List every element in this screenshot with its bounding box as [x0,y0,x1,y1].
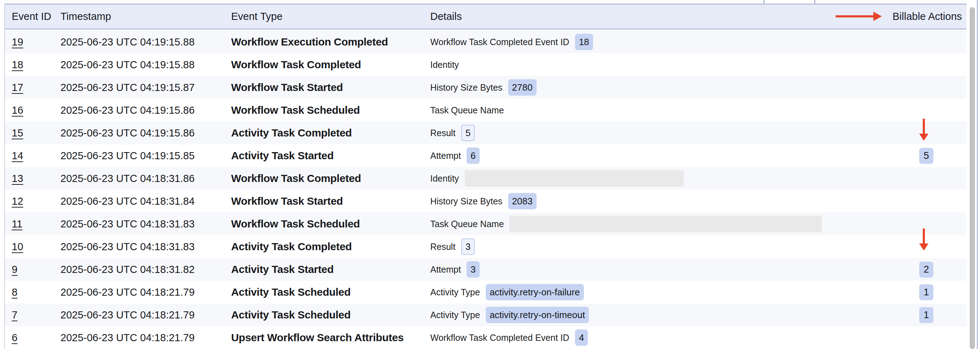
detail-value-badge: 4 [575,330,588,346]
billable-actions-badge: 1 [919,307,933,323]
table-body: 19 2025-06-23 UTC 04:19:15.88 Workflow E… [5,30,966,349]
table-row[interactable]: 10 2025-06-23 UTC 04:18:31.83 Activity T… [5,235,966,258]
timestamp: 2025-06-23 UTC 04:19:15.86 [60,127,231,139]
event-id-cell: 9 [12,264,60,275]
details-cell: History Size Bytes 2083 [430,193,892,209]
event-id-cell: 15 [12,127,60,139]
column-header-timestamp: Timestamp [60,11,231,22]
annotation-arrow-down-2 [919,228,928,251]
event-id-link[interactable]: 13 [12,173,23,184]
redacted-value-block [465,170,684,187]
arrow-head [873,12,882,21]
table-row[interactable]: 14 2025-06-23 UTC 04:19:15.85 Activity T… [5,144,966,167]
details-cell: History Size Bytes 2780 [430,79,892,95]
detail-value-badge: 5 [461,125,475,141]
event-id-link[interactable]: 11 [12,218,22,230]
event-type: Workflow Task Scheduled [231,218,430,230]
event-id-cell: 12 [12,195,60,207]
event-id-cell: 6 [12,332,60,344]
event-id-link[interactable]: 7 [12,309,18,320]
event-id-link[interactable]: 10 [12,241,23,252]
event-type: Workflow Task Scheduled [231,104,430,116]
event-id-link[interactable]: 15 [12,127,23,139]
table-row[interactable]: 15 2025-06-23 UTC 04:19:15.86 Activity T… [5,122,966,144]
timestamp: 2025-06-23 UTC 04:18:21.79 [60,309,231,321]
event-id-cell: 14 [12,150,60,162]
event-type: Upsert Workflow Search Attributes [231,332,430,344]
billable-actions-cell: 1 [892,307,960,323]
details-cell: Result 3 [430,238,892,255]
detail-label: History Size Bytes [430,196,503,206]
table-row[interactable]: 11 2025-06-23 UTC 04:18:31.83 Workflow T… [5,213,966,235]
event-type: Workflow Task Started [231,195,430,207]
detail-value-badge: 6 [466,148,479,164]
timestamp: 2025-06-23 UTC 04:19:15.86 [60,105,231,116]
event-id-cell: 13 [12,173,60,184]
event-id-link[interactable]: 17 [12,82,23,93]
right-panel-border [977,0,978,349]
table-row[interactable]: 12 2025-06-23 UTC 04:18:31.84 Workflow T… [5,190,966,213]
timestamp: 2025-06-23 UTC 04:18:31.82 [60,264,231,275]
table-row[interactable]: 16 2025-06-23 UTC 04:19:15.86 Workflow T… [5,99,966,122]
billable-actions-badge: 1 [919,284,933,300]
details-cell: Task Queue Name [430,216,892,232]
table-row[interactable]: 17 2025-06-23 UTC 04:19:15.87 Workflow T… [5,76,966,99]
billable-actions-cell: 5 [892,148,960,164]
table-row[interactable]: 8 2025-06-23 UTC 04:18:21.79 Activity Ta… [5,281,966,303]
event-id-link[interactable]: 18 [12,59,23,70]
event-type: Workflow Task Completed [231,59,430,71]
event-id-link[interactable]: 8 [12,286,18,298]
event-id-link[interactable]: 12 [12,195,23,207]
timestamp: 2025-06-23 UTC 04:18:31.86 [60,173,231,184]
arrow-shaft [923,119,925,134]
detail-label: Workflow Task Completed Event ID [430,37,569,47]
detail-label: Result [430,242,455,252]
billable-actions-badge: 5 [919,148,933,164]
detail-label: History Size Bytes [430,82,503,93]
detail-label: Activity Type [430,310,480,320]
detail-value-badge: 3 [466,261,479,278]
event-id-link[interactable]: 19 [12,36,23,48]
table-row[interactable]: 13 2025-06-23 UTC 04:18:31.86 Workflow T… [5,167,966,190]
table-header-row: Event ID Timestamp Event Type Details Bi… [5,5,966,30]
event-id-cell: 18 [12,59,60,71]
timestamp: 2025-06-23 UTC 04:19:15.88 [60,59,231,71]
detail-label: Identity [430,173,459,184]
timestamp: 2025-06-23 UTC 04:18:31.84 [60,195,231,207]
table-row[interactable]: 19 2025-06-23 UTC 04:19:15.88 Workflow E… [5,30,966,53]
event-type: Activity Task Started [231,150,430,162]
timestamp: 2025-06-23 UTC 04:18:21.79 [60,286,231,298]
details-cell: Workflow Task Completed Event ID 4 [430,330,892,346]
annotation-arrow-billable-header [836,12,882,21]
event-type: Activity Task Scheduled [231,309,430,321]
detail-value-badge: 3 [461,238,475,255]
event-id-link[interactable]: 16 [12,105,23,116]
table-row[interactable]: 9 2025-06-23 UTC 04:18:31.82 Activity Ta… [5,258,966,281]
timestamp: 2025-06-23 UTC 04:19:15.88 [60,36,231,48]
event-id-cell: 8 [12,286,60,298]
details-cell: Attempt 3 [430,261,892,278]
event-id-link[interactable]: 6 [12,332,18,343]
detail-label: Activity Type [430,287,480,297]
table-row[interactable]: 7 2025-06-23 UTC 04:18:21.79 Activity Ta… [5,303,966,326]
detail-label: Attempt [430,265,461,275]
detail-value-badge: 18 [575,34,593,50]
table-row[interactable]: 18 2025-06-23 UTC 04:19:15.88 Workflow T… [5,53,966,76]
arrow-head [919,133,928,141]
timestamp: 2025-06-23 UTC 04:18:31.83 [60,218,231,230]
top-edge-control-fragment [764,0,815,3]
scrollbar-thumb[interactable] [970,7,975,349]
detail-label: Task Queue Name [430,105,504,116]
column-header-event-id: Event ID [12,11,60,22]
column-header-details: Details [430,11,892,22]
event-type: Activity Task Scheduled [231,286,430,298]
event-type: Activity Task Started [231,263,430,275]
event-type: Workflow Task Started [231,81,430,94]
table-row[interactable]: 6 2025-06-23 UTC 04:18:21.79 Upsert Work… [5,326,966,349]
timestamp: 2025-06-23 UTC 04:19:15.87 [60,82,231,94]
event-id-cell: 19 [12,36,60,48]
event-id-link[interactable]: 9 [12,264,18,275]
detail-value-badge: 2083 [508,193,536,209]
event-id-link[interactable]: 14 [12,150,23,161]
column-header-billable-actions: Billable Actions [892,11,960,22]
